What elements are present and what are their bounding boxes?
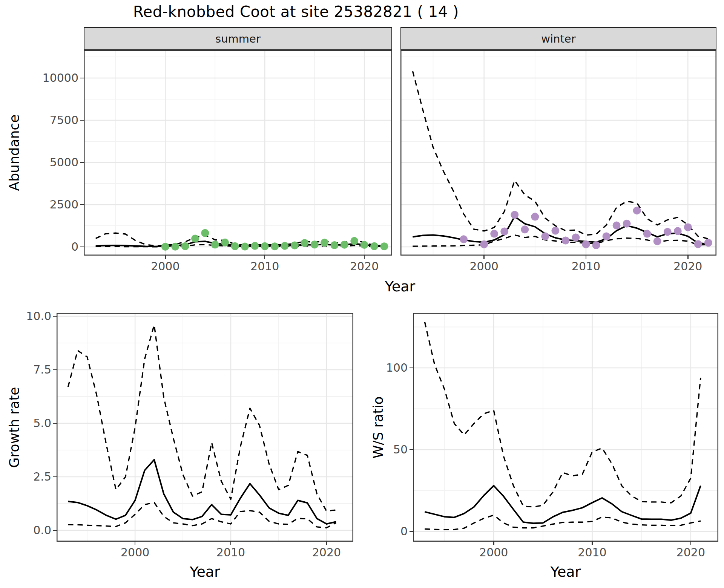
observation-dot bbox=[490, 230, 498, 238]
observation-dot bbox=[643, 230, 651, 238]
x-tick-label: 2000 bbox=[105, 547, 165, 558]
x-tick-mark bbox=[592, 542, 593, 545]
observation-dot bbox=[201, 229, 209, 237]
observation-dot bbox=[330, 241, 338, 249]
abundance-summer-panel bbox=[84, 50, 392, 256]
y-tick-label: 10.0 bbox=[0, 311, 51, 322]
observation-dot bbox=[623, 220, 631, 228]
y-tick-label: 10000 bbox=[11, 72, 78, 84]
y-tick-mark bbox=[53, 316, 57, 317]
x-tick-label: 2010 bbox=[556, 261, 616, 272]
lower_ci-line bbox=[425, 515, 701, 530]
observation-dot bbox=[231, 242, 239, 250]
observation-dot bbox=[321, 239, 328, 247]
y-tick-label: 7500 bbox=[11, 115, 78, 126]
observation-dot bbox=[460, 235, 468, 243]
facet-strip-summer: summer bbox=[84, 27, 392, 50]
observation-dot bbox=[241, 243, 249, 251]
y-tick-mark bbox=[53, 530, 57, 531]
x-tick-mark bbox=[690, 542, 692, 545]
observation-dot bbox=[341, 241, 348, 249]
y-tick-mark bbox=[410, 531, 413, 532]
y-tick-label: 5000 bbox=[11, 157, 78, 168]
facet-strip-winter-label: winter bbox=[541, 32, 575, 45]
panel-border bbox=[401, 51, 716, 255]
observation-dot bbox=[311, 240, 319, 248]
panel-border bbox=[84, 51, 392, 255]
x-tick-label: 2000 bbox=[454, 261, 514, 272]
y-tick-label: 5.0 bbox=[0, 418, 51, 429]
observation-dot bbox=[561, 236, 569, 244]
observation-dot bbox=[281, 242, 289, 250]
y-tick-label: 0 bbox=[11, 241, 78, 253]
y-tick-mark bbox=[80, 120, 84, 121]
observation-dot bbox=[221, 239, 229, 247]
top-year-axis-title: Year bbox=[84, 278, 716, 295]
observation-dot bbox=[380, 242, 388, 250]
observation-dot bbox=[251, 242, 259, 250]
x-tick-mark bbox=[687, 256, 689, 259]
y-tick-mark bbox=[410, 449, 413, 450]
observation-dot bbox=[592, 241, 600, 249]
y-tick-label: 7.5 bbox=[0, 364, 51, 375]
x-tick-label: 2020 bbox=[661, 547, 721, 558]
x-tick-label: 2010 bbox=[201, 547, 261, 558]
x-tick-mark bbox=[135, 542, 136, 545]
observation-dot bbox=[541, 233, 549, 240]
observation-dot bbox=[633, 207, 641, 214]
x-tick-mark bbox=[230, 542, 232, 545]
x-tick-mark bbox=[483, 256, 485, 259]
observation-dot bbox=[511, 211, 518, 219]
facet-strip-summer-label: summer bbox=[215, 32, 261, 45]
observation-dot bbox=[360, 241, 368, 249]
observation-dot bbox=[653, 237, 661, 245]
observation-dot bbox=[181, 242, 189, 250]
observation-dot bbox=[161, 243, 169, 251]
facet-strip-winter: winter bbox=[400, 27, 716, 50]
observation-dot bbox=[613, 222, 621, 230]
observation-dot bbox=[694, 240, 702, 248]
upper_ci-line bbox=[425, 322, 701, 507]
observation-dot bbox=[500, 228, 508, 236]
x-tick-mark bbox=[364, 256, 365, 259]
observation-dot bbox=[350, 237, 358, 245]
observation-dot bbox=[191, 235, 199, 243]
y-tick-mark bbox=[80, 162, 84, 163]
observation-dot bbox=[211, 240, 219, 248]
x-tick-label: 2010 bbox=[235, 261, 295, 272]
y-tick-label: 0 bbox=[340, 526, 408, 537]
y-tick-mark bbox=[80, 78, 84, 79]
median-line bbox=[68, 460, 336, 524]
observation-dot bbox=[674, 227, 682, 235]
x-tick-mark bbox=[586, 256, 587, 259]
ws-ratio-panel bbox=[413, 313, 718, 542]
y-tick-mark bbox=[80, 247, 84, 248]
observation-dot bbox=[603, 233, 610, 240]
observation-dot bbox=[704, 239, 712, 247]
x-tick-label: 2000 bbox=[463, 547, 524, 558]
y-tick-label: 0.0 bbox=[0, 525, 51, 536]
growth-rate-panel bbox=[57, 313, 353, 542]
x-tick-mark bbox=[493, 542, 494, 545]
observation-dot bbox=[301, 239, 308, 247]
upper_ci-line bbox=[413, 71, 708, 239]
observation-dot bbox=[521, 225, 529, 233]
figure-canvas: Red-knobbed Coot at site 25382821 ( 14 )… bbox=[0, 0, 724, 588]
x-tick-label: 2000 bbox=[135, 261, 195, 272]
y-tick-mark bbox=[53, 476, 57, 478]
observation-dot bbox=[171, 243, 179, 251]
panel-border bbox=[57, 313, 353, 541]
observation-dot bbox=[291, 241, 299, 249]
x-tick-mark bbox=[165, 256, 166, 259]
observation-dot bbox=[370, 242, 378, 250]
observation-dot bbox=[684, 224, 692, 231]
lower_ci-line bbox=[413, 235, 708, 247]
page-title: Red-knobbed Coot at site 25382821 ( 14 ) bbox=[0, 3, 592, 20]
observation-dot bbox=[572, 233, 580, 241]
y-tick-mark bbox=[410, 368, 413, 369]
ws-year-axis-title: Year bbox=[413, 564, 718, 580]
y-tick-mark bbox=[53, 423, 57, 424]
abundance-axis-title: Abundance bbox=[6, 96, 22, 209]
x-tick-label: 2020 bbox=[658, 261, 718, 272]
ws-ratio-axis-title: W/S ratio bbox=[370, 371, 386, 484]
